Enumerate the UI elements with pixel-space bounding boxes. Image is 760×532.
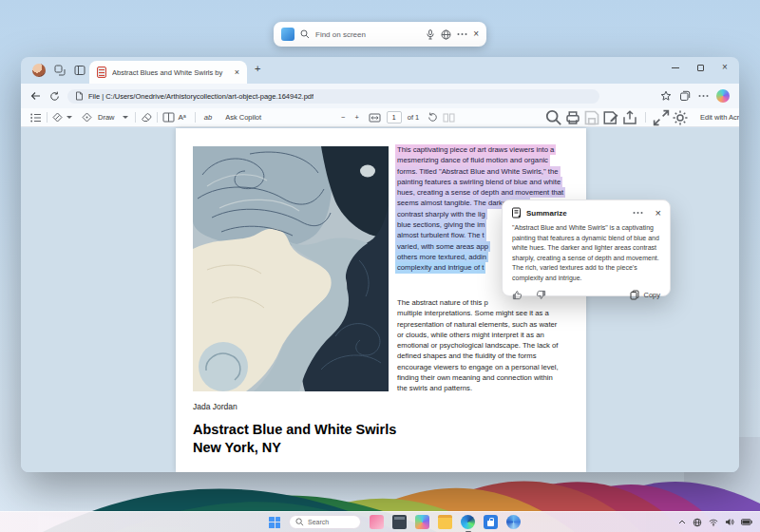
body-line: emotional or psychological landscape. Th…: [397, 340, 574, 351]
print-icon[interactable]: [564, 109, 581, 126]
translate-icon[interactable]: ab: [200, 113, 216, 122]
taskbar-search-box[interactable]: Search: [289, 515, 361, 529]
body-line: multiple interpretations. Some might see…: [397, 308, 574, 318]
popup-close-icon[interactable]: ×: [656, 208, 661, 218]
highlight-line: varied, with some areas app: [395, 241, 490, 252]
summarize-popup: Summarize × "Abstract Blue and White Swi…: [502, 200, 671, 296]
address-bar-row: File | C:/Users/Onedrive/Arthistorycolle…: [21, 84, 739, 108]
battery-icon[interactable]: [741, 519, 752, 525]
page-layout-icon[interactable]: [443, 113, 455, 123]
page-count-label: of 1: [404, 113, 424, 122]
artwork-title-line2: New York, NY: [193, 439, 396, 457]
copilot-icon[interactable]: [716, 89, 730, 103]
address-bar[interactable]: File | C:/Users/Onedrive/Arthistorycolle…: [67, 89, 599, 104]
active-tab[interactable]: Abstract Blues and White Swirls by ×: [89, 61, 247, 84]
body-line: finding their own meaning and connection…: [397, 372, 574, 383]
ask-copilot-button[interactable]: Ask Copilot: [221, 113, 265, 122]
volume-icon[interactable]: [725, 518, 734, 526]
fullscreen-icon[interactable]: [653, 109, 670, 126]
body-line: the swirls and patterns.: [397, 383, 574, 393]
draw-label[interactable]: Draw: [94, 113, 119, 122]
tab-title: Abstract Blues and White Swirls by: [112, 68, 229, 77]
new-tab-icon[interactable]: +: [255, 63, 260, 74]
file-explorer-icon[interactable]: [438, 515, 452, 529]
zoom-out-icon[interactable]: −: [337, 113, 349, 122]
highlight-icon[interactable]: [52, 112, 63, 123]
close-icon[interactable]: ×: [473, 29, 479, 39]
hidden-icons-chevron[interactable]: [678, 520, 686, 524]
windows-start-icon[interactable]: [269, 517, 280, 528]
app-tile-icon: [281, 28, 294, 41]
copy-label: Copy: [643, 291, 660, 299]
minimize-button[interactable]: [663, 59, 688, 76]
page-view-icon[interactable]: [162, 112, 175, 123]
zoom-in-icon[interactable]: +: [351, 113, 362, 122]
copy-button[interactable]: Copy: [630, 290, 660, 300]
tab-actions-icon[interactable]: [74, 65, 86, 76]
body-paragraph: The abstract nature of this p multiple i…: [397, 297, 574, 394]
rotate-icon[interactable]: [428, 112, 438, 123]
summarize-popup-header: Summarize ×: [503, 200, 670, 221]
find-input[interactable]: Find on screen: [315, 30, 420, 39]
body-line: encourage viewers to engage on a persona…: [397, 362, 574, 372]
tray-globe-icon[interactable]: [693, 518, 702, 527]
store-icon[interactable]: [484, 515, 498, 529]
widgets-icon[interactable]: [370, 515, 384, 529]
taskbar: Search: [0, 511, 760, 532]
pdf-toolbar: Draw Aᵃ ab Ask Copilot − + 1 of 1: [21, 108, 739, 127]
artwork-image: [193, 146, 389, 391]
highlight-dropdown-icon[interactable]: [66, 116, 72, 119]
popup-more-icon[interactable]: [633, 211, 643, 215]
save-as-icon[interactable]: [602, 109, 619, 126]
thumbs-down-icon[interactable]: [536, 290, 546, 300]
highlight-line: almost turbulent flow. The t: [395, 230, 486, 240]
copy-icon: [630, 290, 639, 300]
fit-width-icon[interactable]: [369, 113, 381, 123]
page-number-input[interactable]: 1: [387, 111, 402, 124]
tab-strip: Abstract Blues and White Swirls by × + ×: [21, 57, 739, 84]
system-tray: [678, 518, 752, 527]
globe-icon[interactable]: [441, 29, 451, 40]
pdf-file-icon: [97, 66, 106, 78]
more-options-icon[interactable]: [457, 32, 467, 36]
draw-icon[interactable]: [82, 112, 92, 123]
share-icon[interactable]: [621, 109, 638, 126]
microphone-icon[interactable]: [426, 29, 435, 40]
taskbar-copilot-icon[interactable]: [415, 515, 429, 529]
edge-icon[interactable]: [461, 515, 475, 529]
summarize-icon: [511, 207, 522, 218]
settings-gear-icon[interactable]: [672, 109, 689, 126]
highlight-line: complexity and intrigue of t: [395, 262, 485, 273]
eraser-icon[interactable]: [141, 112, 152, 123]
wifi-icon[interactable]: [709, 519, 718, 526]
tab-close-icon[interactable]: ×: [235, 68, 239, 77]
highlight-line: contrast sharply with the lig: [395, 209, 487, 219]
close-window-button[interactable]: ×: [712, 59, 737, 76]
refresh-icon[interactable]: [49, 91, 60, 102]
highlight-line: blue sections, giving the im: [395, 219, 486, 230]
profile-avatar[interactable]: [32, 64, 46, 77]
edit-with-acrobat-button[interactable]: Edit with Acrobat: [696, 113, 739, 122]
thumbs-up-icon[interactable]: [512, 290, 522, 300]
task-view-icon[interactable]: [392, 515, 407, 529]
collections-icon[interactable]: [679, 90, 691, 102]
artwork-title: Abstract Blue and White Swirls New York,…: [193, 421, 396, 457]
contents-icon[interactable]: [30, 113, 42, 123]
read-aloud-icon[interactable]: Aᵃ: [175, 113, 190, 122]
body-line: defined shapes and the fluidity of the f…: [397, 351, 574, 361]
save-icon[interactable]: [583, 109, 600, 126]
find-on-screen-bar[interactable]: Find on screen ×: [274, 22, 486, 47]
taskbar-search-icon: [295, 518, 304, 526]
browser-menu-icon[interactable]: [698, 94, 709, 98]
taskbar-search-label: Search: [308, 519, 329, 525]
maximize-button[interactable]: [688, 59, 712, 76]
back-icon[interactable]: [30, 91, 42, 101]
workspaces-icon[interactable]: [54, 65, 66, 76]
favorites-icon[interactable]: [660, 90, 672, 102]
draw-dropdown-icon[interactable]: [123, 116, 128, 119]
summarize-popup-footer: Copy: [503, 284, 670, 308]
find-in-pdf-icon[interactable]: [545, 109, 562, 126]
highlight-line: mesmerizing dance of fluid motion and or…: [395, 155, 550, 165]
summarize-title: Summarize: [526, 209, 628, 218]
photos-icon[interactable]: [506, 515, 521, 529]
